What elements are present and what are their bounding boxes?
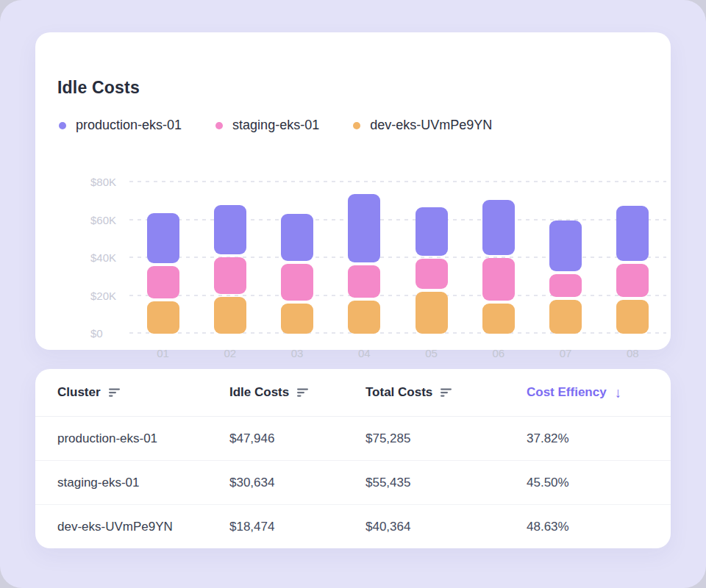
- bar-segment-dev-eks-UVmPe9YN: [616, 300, 649, 334]
- cell-idle_costs: $18,474: [229, 520, 366, 534]
- chart-legend: production-eks-01staging-eks-01dev-eks-U…: [59, 118, 492, 133]
- sort-icon: [441, 387, 452, 398]
- column-header-label: Total Costs: [366, 385, 432, 400]
- bar-segment-production-eks-01: [549, 220, 582, 271]
- bar-segment-production-eks-01: [482, 200, 515, 255]
- x-axis-tick: 06: [465, 347, 532, 359]
- legend-label: staging-eks-01: [232, 118, 319, 133]
- legend-label: production-eks-01: [76, 118, 182, 133]
- bar-08: [599, 182, 666, 334]
- bar-segment-dev-eks-UVmPe9YN: [416, 292, 448, 334]
- y-axis-tick: $0: [90, 327, 103, 340]
- chart-plot-area: [129, 182, 666, 334]
- legend-dot-icon: [353, 122, 360, 129]
- cell-cluster: staging-eks-01: [57, 476, 229, 490]
- legend-dot-icon: [215, 122, 223, 129]
- bar-02: [196, 182, 263, 334]
- idle-costs-chart-card: Idle Costs production-eks-01staging-eks-…: [35, 32, 671, 350]
- cell-idle_costs: $30,634: [229, 476, 366, 490]
- bar-03: [264, 182, 331, 334]
- bar-segment-staging-eks-01: [482, 258, 515, 301]
- bar-segment-dev-eks-UVmPe9YN: [281, 304, 313, 334]
- bar-07: [532, 182, 599, 334]
- x-axis-tick: 05: [398, 347, 465, 359]
- arrow-down-icon: ↓: [615, 386, 622, 400]
- cell-cost_efficiency: 37.82%: [527, 431, 649, 446]
- bar-segment-dev-eks-UVmPe9YN: [147, 301, 179, 334]
- bar-chart: [129, 182, 666, 334]
- bar-segment-production-eks-01: [147, 213, 179, 263]
- x-axis-tick: 07: [532, 347, 599, 359]
- bar-04: [331, 182, 398, 334]
- legend-item-staging-eks-01[interactable]: staging-eks-01: [215, 118, 319, 133]
- column-header-cost-effiency[interactable]: Cost Effiency↓: [527, 385, 649, 400]
- column-header-cluster[interactable]: Cluster: [57, 385, 229, 400]
- bar-segment-staging-eks-01: [281, 264, 313, 301]
- legend-item-dev-eks-UVmPe9YN[interactable]: dev-eks-UVmPe9YN: [353, 118, 492, 133]
- table-row: staging-eks-01$30,634$55,43545.50%: [35, 461, 671, 505]
- bar-segment-production-eks-01: [214, 205, 246, 254]
- page-title: Idle Costs: [57, 78, 140, 98]
- column-header-total-costs[interactable]: Total Costs: [366, 385, 527, 400]
- y-axis-tick: $80K: [90, 176, 116, 188]
- cell-cluster: dev-eks-UVmPe9YN: [57, 520, 229, 534]
- cell-cost_efficiency: 48.63%: [527, 520, 649, 534]
- table-header-row: ClusterIdle CostsTotal CostsCost Effienc…: [35, 369, 671, 417]
- bar-segment-dev-eks-UVmPe9YN: [482, 304, 515, 334]
- bar-segment-staging-eks-01: [348, 265, 380, 298]
- table-row: production-eks-01$47,946$75,28537.82%: [35, 417, 671, 461]
- cell-total_costs: $55,435: [366, 476, 527, 490]
- bar-06: [465, 182, 532, 334]
- legend-item-production-eks-01[interactable]: production-eks-01: [59, 118, 182, 133]
- bar-01: [129, 182, 196, 334]
- bar-segment-production-eks-01: [348, 194, 380, 262]
- x-axis-tick: 08: [599, 347, 666, 359]
- bar-segment-staging-eks-01: [416, 259, 448, 289]
- bar-segment-staging-eks-01: [616, 264, 649, 297]
- column-header-idle-costs[interactable]: Idle Costs: [229, 385, 366, 400]
- x-axis-tick: 01: [129, 347, 196, 359]
- x-axis-tick: 03: [264, 347, 331, 359]
- y-axis-tick: $40K: [90, 251, 116, 264]
- x-axis-tick: 04: [331, 347, 398, 359]
- cell-total_costs: $75,285: [366, 431, 527, 446]
- y-axis-tick: $20K: [90, 290, 116, 302]
- column-header-label: Cost Effiency: [527, 385, 607, 400]
- sort-icon: [297, 387, 309, 398]
- x-axis-tick: 02: [196, 347, 263, 359]
- bar-segment-production-eks-01: [616, 206, 649, 261]
- table-body: production-eks-01$47,946$75,28537.82%sta…: [35, 417, 671, 549]
- dashboard-panel: Idle Costs production-eks-01staging-eks-…: [0, 0, 706, 588]
- column-header-label: Idle Costs: [229, 385, 289, 400]
- bar-segment-production-eks-01: [281, 214, 313, 261]
- clusters-table-card: ClusterIdle CostsTotal CostsCost Effienc…: [35, 369, 671, 548]
- bar-segment-staging-eks-01: [549, 274, 582, 297]
- x-axis-labels: 0102030405060708: [129, 347, 666, 359]
- bar-segment-dev-eks-UVmPe9YN: [549, 300, 582, 334]
- bar-segment-dev-eks-UVmPe9YN: [348, 301, 380, 334]
- y-axis-labels: $0$20K$40K$60K$80K: [90, 182, 126, 334]
- bar-segment-production-eks-01: [416, 207, 448, 256]
- legend-label: dev-eks-UVmPe9YN: [370, 118, 492, 133]
- cell-total_costs: $40,364: [366, 520, 527, 534]
- table-row: dev-eks-UVmPe9YN$18,474$40,36448.63%: [35, 505, 671, 549]
- sort-icon: [109, 387, 121, 398]
- bar-segment-staging-eks-01: [214, 257, 246, 294]
- y-axis-tick: $60K: [90, 214, 116, 226]
- cell-idle_costs: $47,946: [229, 431, 366, 446]
- bar-segment-staging-eks-01: [147, 266, 179, 298]
- bar-segment-dev-eks-UVmPe9YN: [214, 297, 246, 334]
- cell-cluster: production-eks-01: [57, 431, 229, 446]
- cell-cost_efficiency: 45.50%: [527, 476, 649, 490]
- legend-dot-icon: [59, 122, 66, 129]
- column-header-label: Cluster: [57, 385, 101, 400]
- bar-05: [398, 182, 465, 334]
